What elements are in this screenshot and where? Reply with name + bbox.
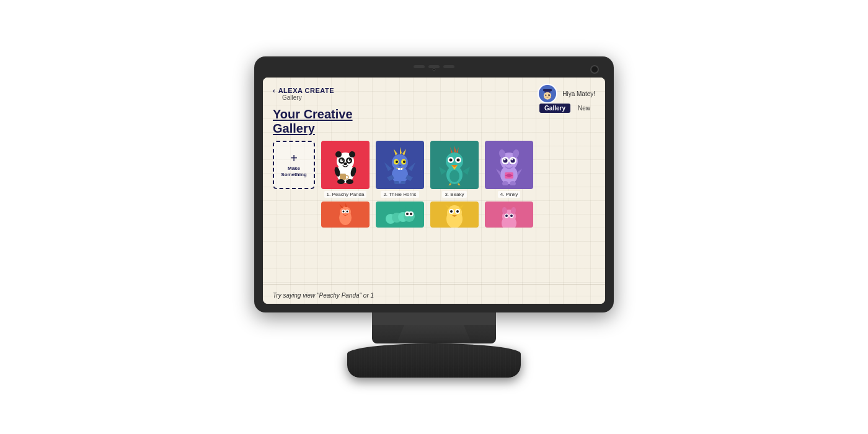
- user-greeting: Hiya Matey!: [562, 91, 595, 97]
- screen-content: ‹ ALEXA CREATE Gallery: [263, 78, 605, 304]
- gallery-item-beaky[interactable]: 3. Beaky: [430, 141, 479, 198]
- echo-show-device: ‹ ALEXA CREATE Gallery: [254, 56, 614, 378]
- volume-button-2[interactable]: [428, 65, 440, 68]
- top-buttons: [414, 65, 454, 68]
- gallery-item-peachy-panda[interactable]: 1. Peachy Panda: [321, 141, 370, 198]
- gallery-image-r2-3: [430, 202, 479, 228]
- svg-point-80: [406, 213, 409, 215]
- svg-point-72: [347, 211, 348, 213]
- gallery-image-beaky: [430, 141, 479, 189]
- beaky-art: [436, 145, 472, 185]
- svg-point-85: [412, 205, 414, 207]
- svg-point-100: [505, 215, 508, 217]
- svg-point-11: [335, 151, 342, 157]
- svg-point-46: [457, 158, 460, 161]
- svg-point-24: [346, 179, 353, 184]
- divider: [263, 284, 605, 285]
- beaky-bg: [430, 141, 479, 189]
- header-left: ‹ ALEXA CREATE Gallery: [273, 87, 334, 101]
- svg-point-61: [507, 164, 508, 165]
- gallery-item-r2-3[interactable]: [430, 202, 479, 228]
- svg-point-33: [396, 161, 398, 163]
- svg-point-17: [342, 159, 343, 160]
- three-horns-art: [382, 145, 418, 185]
- gallery-image-r2-4: [485, 202, 533, 228]
- svg-point-84: [404, 205, 407, 207]
- svg-point-23: [337, 179, 345, 184]
- svg-point-59: [504, 158, 506, 160]
- front-camera: [433, 68, 436, 71]
- gallery-row-2: [273, 202, 595, 228]
- svg-point-47: [450, 170, 459, 182]
- svg-point-45: [450, 158, 453, 161]
- svg-point-18: [349, 159, 350, 160]
- screen-housing: ‹ ALEXA CREATE Gallery: [254, 56, 614, 312]
- peachy-panda-art: [327, 145, 363, 185]
- back-button[interactable]: ‹: [273, 87, 275, 94]
- device-base: [347, 343, 521, 378]
- gallery-item-three-horns[interactable]: 2. Three Horns: [376, 141, 424, 198]
- gallery-item-r2-2[interactable]: [376, 202, 424, 228]
- three-horns-label: 2. Three Horns: [381, 191, 418, 198]
- gallery-image-three-horns: [376, 141, 424, 189]
- r2-3-art: [439, 202, 470, 228]
- side-camera: [590, 65, 599, 74]
- gallery-image-pinky: [485, 141, 533, 189]
- svg-rect-38: [394, 181, 399, 184]
- svg-point-12: [349, 151, 355, 157]
- svg-point-62: [510, 164, 511, 165]
- mute-button[interactable]: [443, 65, 454, 68]
- gallery-item-r2-1[interactable]: [321, 202, 370, 228]
- pinky-art: [491, 145, 527, 185]
- tab-bar: Gallery New: [539, 104, 605, 113]
- svg-point-91: [450, 210, 453, 213]
- svg-point-60: [512, 158, 513, 160]
- svg-rect-37: [401, 168, 402, 170]
- gallery-item-pinky[interactable]: 4. Pinky: [485, 141, 533, 198]
- tab-new[interactable]: New: [573, 104, 595, 113]
- svg-point-71: [343, 211, 345, 213]
- svg-rect-36: [398, 168, 400, 170]
- svg-point-34: [403, 161, 405, 163]
- svg-rect-20: [340, 174, 346, 180]
- hint-text: Try saying view "Peachy Panda" or 1: [263, 287, 605, 304]
- svg-rect-1: [543, 89, 552, 91]
- svg-point-101: [510, 215, 513, 217]
- pinky-bg: [485, 141, 533, 189]
- plus-icon: +: [290, 152, 298, 164]
- beaky-label: 3. Beaky: [442, 191, 466, 198]
- app-title: ALEXA CREATE: [278, 87, 334, 94]
- gallery-image-peachy-panda: [321, 141, 370, 189]
- three-horns-bg: [376, 141, 424, 189]
- peachy-panda-bg: [321, 141, 370, 189]
- app-header: ‹ ALEXA CREATE Gallery: [263, 78, 605, 107]
- pinky-label: 4. Pinky: [498, 191, 520, 198]
- make-something-label: MakeSomething: [281, 166, 306, 177]
- svg-point-35: [399, 164, 402, 166]
- svg-point-3: [544, 92, 551, 99]
- svg-point-68: [340, 206, 351, 218]
- tab-gallery[interactable]: Gallery: [539, 104, 570, 113]
- user-avatar[interactable]: [538, 84, 557, 104]
- volume-button[interactable]: [414, 65, 425, 68]
- svg-rect-39: [401, 181, 405, 184]
- gallery-image-r2-2: [376, 202, 424, 228]
- device-stand: [372, 312, 496, 343]
- r2-4-art: [497, 202, 521, 228]
- gallery-area: + MakeSomething: [263, 141, 605, 281]
- device-screen: ‹ ALEXA CREATE Gallery: [263, 78, 605, 304]
- r2-1-art: [333, 202, 358, 227]
- app-name-row: ‹ ALEXA CREATE: [273, 87, 334, 94]
- breadcrumb: Gallery: [282, 94, 302, 101]
- make-something-card[interactable]: + MakeSomething: [273, 141, 315, 189]
- svg-point-19: [343, 162, 347, 165]
- svg-point-81: [410, 213, 412, 215]
- svg-point-92: [456, 210, 459, 213]
- device-top-bar: [263, 64, 605, 75]
- gallery-row-1: + MakeSomething: [273, 141, 595, 198]
- header-right: Hiya Matey!: [538, 84, 595, 104]
- r2-2-art: [384, 202, 415, 228]
- svg-point-4: [546, 95, 547, 96]
- gallery-item-r2-4[interactable]: [485, 202, 533, 228]
- stand-neck: [397, 325, 471, 343]
